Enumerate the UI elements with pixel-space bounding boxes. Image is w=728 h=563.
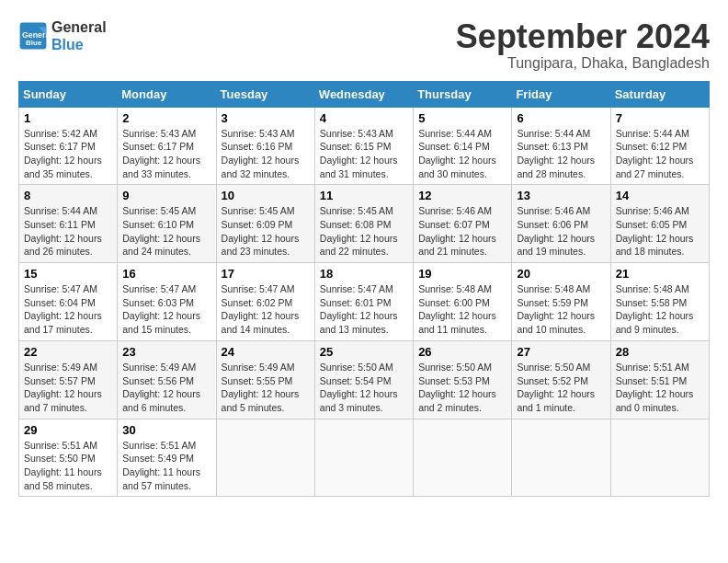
calendar-cell: 11Sunrise: 5:45 AM Sunset: 6:08 PM Dayli… bbox=[314, 185, 413, 263]
calendar-cell: 27Sunrise: 5:50 AM Sunset: 5:52 PM Dayli… bbox=[512, 340, 610, 419]
logo-text-line2: Blue bbox=[51, 36, 107, 53]
calendar-cell: 29Sunrise: 5:51 AM Sunset: 5:50 PM Dayli… bbox=[19, 419, 118, 497]
calendar-cell: 2Sunrise: 5:43 AM Sunset: 6:17 PM Daylig… bbox=[118, 107, 216, 185]
calendar-cell bbox=[512, 419, 610, 497]
calendar-cell: 10Sunrise: 5:45 AM Sunset: 6:09 PM Dayli… bbox=[216, 185, 314, 263]
calendar-cell bbox=[314, 419, 413, 497]
col-header-friday: Friday bbox=[512, 81, 610, 107]
calendar-cell bbox=[216, 419, 314, 497]
calendar-cell: 5Sunrise: 5:44 AM Sunset: 6:14 PM Daylig… bbox=[414, 107, 512, 185]
logo-text-line1: General bbox=[51, 18, 107, 36]
col-header-tuesday: Tuesday bbox=[216, 81, 314, 107]
calendar-cell: 8Sunrise: 5:44 AM Sunset: 6:11 PM Daylig… bbox=[19, 185, 118, 263]
col-header-thursday: Thursday bbox=[414, 81, 512, 107]
calendar-cell: 3Sunrise: 5:43 AM Sunset: 6:16 PM Daylig… bbox=[216, 107, 314, 185]
logo-icon: General Blue bbox=[18, 21, 48, 51]
calendar-cell: 21Sunrise: 5:48 AM Sunset: 5:58 PM Dayli… bbox=[610, 263, 709, 341]
calendar-cell: 16Sunrise: 5:47 AM Sunset: 6:03 PM Dayli… bbox=[118, 263, 216, 341]
location: Tungipara, Dhaka, Bangladesh bbox=[456, 55, 710, 72]
calendar-cell: 26Sunrise: 5:50 AM Sunset: 5:53 PM Dayli… bbox=[414, 340, 512, 419]
calendar-cell: 25Sunrise: 5:50 AM Sunset: 5:54 PM Dayli… bbox=[314, 340, 413, 419]
calendar-cell: 30Sunrise: 5:51 AM Sunset: 5:49 PM Dayli… bbox=[118, 419, 216, 497]
calendar-cell: 19Sunrise: 5:48 AM Sunset: 6:00 PM Dayli… bbox=[414, 263, 512, 341]
calendar-cell: 17Sunrise: 5:47 AM Sunset: 6:02 PM Dayli… bbox=[216, 263, 314, 341]
title-area: September 2024 Tungipara, Dhaka, Banglad… bbox=[456, 18, 710, 72]
calendar-cell: 15Sunrise: 5:47 AM Sunset: 6:04 PM Dayli… bbox=[19, 263, 118, 341]
calendar-cell bbox=[610, 419, 709, 497]
calendar-cell: 14Sunrise: 5:46 AM Sunset: 6:05 PM Dayli… bbox=[610, 185, 709, 263]
calendar-cell: 1Sunrise: 5:42 AM Sunset: 6:17 PM Daylig… bbox=[19, 107, 118, 185]
calendar-cell: 24Sunrise: 5:49 AM Sunset: 5:55 PM Dayli… bbox=[216, 340, 314, 419]
calendar-cell: 9Sunrise: 5:45 AM Sunset: 6:10 PM Daylig… bbox=[118, 185, 216, 263]
calendar-cell: 7Sunrise: 5:44 AM Sunset: 6:12 PM Daylig… bbox=[610, 107, 709, 185]
calendar-cell: 22Sunrise: 5:49 AM Sunset: 5:57 PM Dayli… bbox=[19, 340, 118, 419]
col-header-wednesday: Wednesday bbox=[314, 81, 413, 107]
col-header-sunday: Sunday bbox=[19, 81, 118, 107]
logo: General Blue General Blue bbox=[18, 18, 107, 53]
calendar-cell: 18Sunrise: 5:47 AM Sunset: 6:01 PM Dayli… bbox=[314, 263, 413, 341]
calendar-cell: 20Sunrise: 5:48 AM Sunset: 5:59 PM Dayli… bbox=[512, 263, 610, 341]
calendar-cell: 23Sunrise: 5:49 AM Sunset: 5:56 PM Dayli… bbox=[118, 340, 216, 419]
calendar-cell: 4Sunrise: 5:43 AM Sunset: 6:15 PM Daylig… bbox=[314, 107, 413, 185]
calendar-cell: 13Sunrise: 5:46 AM Sunset: 6:06 PM Dayli… bbox=[512, 185, 610, 263]
calendar-cell: 12Sunrise: 5:46 AM Sunset: 6:07 PM Dayli… bbox=[414, 185, 512, 263]
calendar-cell: 28Sunrise: 5:51 AM Sunset: 5:51 PM Dayli… bbox=[610, 340, 709, 419]
calendar-table: SundayMondayTuesdayWednesdayThursdayFrid… bbox=[18, 81, 710, 498]
col-header-saturday: Saturday bbox=[610, 81, 709, 107]
month-title: September 2024 bbox=[456, 18, 710, 55]
col-header-monday: Monday bbox=[118, 81, 216, 107]
header: General Blue General Blue September 2024… bbox=[18, 18, 710, 72]
svg-text:Blue: Blue bbox=[26, 40, 42, 48]
calendar-cell bbox=[414, 419, 512, 497]
calendar-cell: 6Sunrise: 5:44 AM Sunset: 6:13 PM Daylig… bbox=[512, 107, 610, 185]
